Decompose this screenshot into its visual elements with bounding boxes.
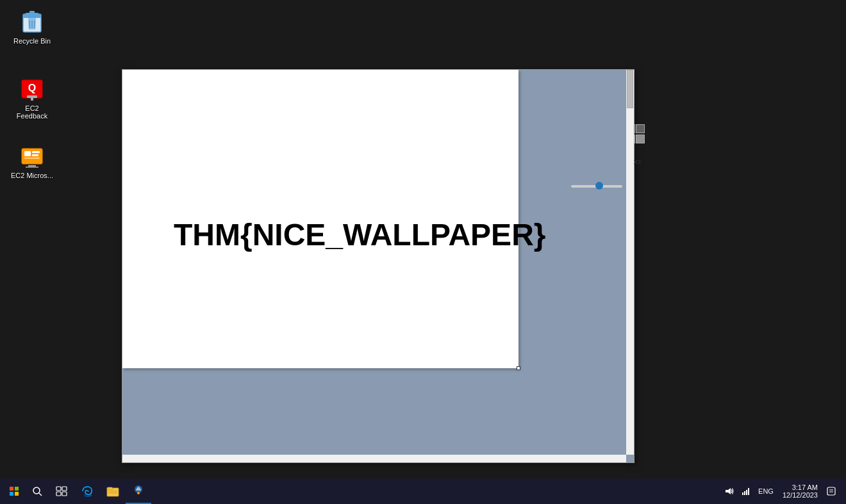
language-indicator[interactable]: ENG (756, 486, 776, 496)
svg-rect-88 (108, 491, 117, 492)
clock-time: 3:17 AM (783, 484, 818, 491)
recycle-bin-label: Recycle Bin (13, 37, 51, 45)
desktop: Recycle Bin Q EC2 Feedback EC2 M (0, 0, 846, 504)
svg-rect-11 (22, 149, 42, 164)
desktop-icon-ec2-feedback[interactable]: Q EC2 Feedback (6, 74, 58, 122)
svg-marker-92 (726, 488, 731, 494)
canvas-text: THM{NICE_WALLPAPER} (174, 217, 545, 252)
extra-color-4[interactable] (636, 124, 645, 133)
svg-rect-85 (56, 492, 61, 496)
ec2-micros-icon (19, 143, 45, 169)
clock-date: 12/12/2023 (783, 491, 818, 499)
canvas-scroll-wrapper: THM{NICE_WALLPAPER} (122, 70, 634, 462)
search-button[interactable] (26, 480, 49, 503)
paint-window: svc - Paint − □ ✕ (122, 69, 634, 463)
start-button[interactable] (3, 480, 26, 503)
volume-icon[interactable] (722, 485, 736, 497)
svg-rect-15 (24, 158, 40, 159)
taskbar-right: ENG 3:17 AM 12/12/2023 (722, 482, 843, 500)
task-view-button[interactable] (49, 478, 74, 504)
ec2-feedback-label: EC2 Feedback (9, 104, 55, 120)
svg-line-82 (39, 493, 42, 496)
zoom-track[interactable] (571, 185, 622, 188)
svg-rect-3 (29, 11, 35, 13)
svg-rect-89 (108, 492, 117, 494)
svg-rect-10 (31, 98, 33, 101)
recycle-bin-icon (19, 9, 45, 35)
svg-point-91 (137, 492, 140, 494)
svg-rect-78 (15, 487, 19, 491)
zoom-thumb[interactable] (595, 182, 603, 190)
clock[interactable]: 3:17 AM 12/12/2023 (779, 482, 822, 500)
file-explorer-button[interactable] (100, 478, 126, 504)
svg-rect-80 (15, 492, 19, 496)
svg-rect-96 (748, 488, 749, 495)
svg-text:Q: Q (28, 83, 36, 93)
svg-rect-84 (62, 487, 67, 491)
svg-rect-12 (24, 151, 31, 156)
paint-taskbar-button[interactable] (126, 478, 151, 504)
svg-rect-95 (746, 490, 747, 495)
svg-rect-14 (32, 154, 38, 156)
horizontal-scrollbar[interactable] (122, 455, 626, 462)
canvas[interactable]: THM{NICE_WALLPAPER} (122, 70, 518, 368)
svg-point-81 (33, 487, 40, 494)
extra-color-8[interactable] (636, 134, 645, 143)
svg-rect-17 (26, 167, 38, 168)
svg-rect-79 (10, 492, 13, 496)
edge-button[interactable] (74, 478, 100, 504)
svg-rect-86 (62, 492, 67, 496)
svg-rect-97 (827, 487, 835, 495)
taskbar: ENG 3:17 AM 12/12/2023 (0, 478, 846, 504)
svg-rect-13 (32, 151, 40, 153)
ec2-micros-label: EC2 Micros... (11, 172, 53, 179)
ec2-feedback-icon: Q (19, 76, 45, 102)
resize-handle[interactable] (517, 366, 520, 370)
vertical-scrollbar[interactable] (626, 70, 634, 455)
scrollbar-thumb-v[interactable] (627, 70, 633, 108)
svg-rect-9 (27, 95, 37, 98)
notification-button[interactable] (824, 485, 838, 497)
svg-rect-93 (742, 492, 743, 495)
svg-rect-83 (56, 487, 61, 491)
desktop-icon-ec2-micros[interactable]: EC2 Micros... (6, 141, 58, 182)
desktop-icon-recycle-bin[interactable]: Recycle Bin (6, 6, 58, 47)
svg-rect-94 (744, 491, 745, 495)
network-icon[interactable] (739, 485, 753, 497)
svg-rect-77 (10, 487, 13, 491)
